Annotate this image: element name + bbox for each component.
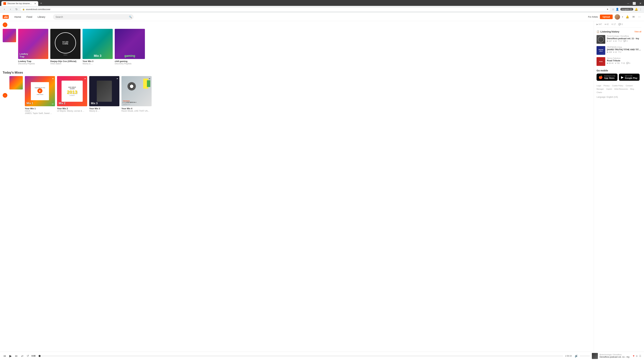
history-item-road[interactable]: ROAD Skinny Fabulous Road Tribute ▶ 58.4… (596, 57, 641, 66)
new-tab-button[interactable]: + (39, 1, 44, 6)
player-progress-bar[interactable] (40, 356, 563, 356)
url-text: soundcloud.com/discover (26, 8, 606, 10)
przfm-thumb-text: PRZFM109.2 (598, 49, 603, 52)
search-input[interactable] (53, 14, 134, 19)
road-artist: Skinny Fabulous (607, 57, 641, 59)
incognito-badge[interactable]: Incognito (2) (620, 8, 633, 10)
footer-legal[interactable]: Legal (596, 85, 601, 87)
footer-privacy[interactable]: Privacy (604, 85, 610, 87)
language-link[interactable]: English (US) (606, 96, 618, 98)
sep8: - (602, 91, 603, 93)
mixes-section-title: Today's Mixes (3, 71, 23, 74)
maximize-button[interactable]: ⬜ (632, 1, 636, 6)
przfm-title: [HARD TRUTH] TITHE AND TITHI... (607, 48, 641, 51)
footer-artist-resources[interactable]: Artist Resources (614, 88, 628, 90)
discovery-card-deejay[interactable]: DJ LEXS-GIKE station Deejay-Gijs Cox (Of… (50, 29, 80, 65)
menu-icon[interactable]: ⋮ (639, 8, 642, 11)
lowkey-trap-title: Lowkey Trap (18, 60, 48, 62)
tab-favicon (3, 2, 6, 5)
profile-icon[interactable]: 👤 (616, 8, 619, 11)
skip-back-button[interactable]: ⏮ (3, 354, 7, 358)
sc-logo[interactable] (3, 15, 9, 19)
mix-card-1[interactable]: September for You ▶ JAMES Bishop ☁ Mix 1… (25, 76, 55, 114)
sep7: - (634, 88, 635, 90)
discovery-card-small[interactable] (3, 29, 16, 65)
volume-slider[interactable] (580, 356, 590, 356)
discovery-section: ‹ LowkeyTrap (3, 22, 591, 65)
logo-bars (4, 16, 8, 18)
minimize-button[interactable]: ─ (626, 1, 630, 6)
shuffle-button[interactable]: ⇄ (20, 354, 24, 358)
tab-close-button[interactable]: ✕ (34, 2, 36, 5)
mix-card-small[interactable] (10, 76, 23, 89)
notifications-button[interactable]: 🔔 (625, 14, 630, 19)
messages-button[interactable]: ✉ (632, 14, 635, 19)
history-item-przfm[interactable]: PRZFM109.2 PRZFM109.2 Asia [HARD TRUTH] … (596, 46, 641, 55)
sep2: - (610, 85, 611, 87)
mix1-more-icon[interactable]: ••• (52, 103, 54, 105)
for-artists-button[interactable]: For Artists (588, 15, 598, 18)
player-time-current: 0:00 (32, 355, 38, 357)
volume-button[interactable]: 🔊 (574, 354, 579, 358)
player-volume: 🔊 (574, 354, 590, 358)
likes-count-top: ♥ 42 (604, 23, 608, 25)
play-pause-button[interactable]: ▶ (9, 354, 12, 359)
mix-card-3[interactable]: ☁ Mix 3 Your Mix 3 Wavey & ... (89, 76, 120, 112)
back-button[interactable]: ‹ (2, 7, 7, 11)
app-store-button[interactable]: 🍎 Download on the App Store (596, 73, 618, 81)
close-button[interactable]: ✕ (638, 1, 643, 6)
bar7 (8, 16, 8, 18)
densiflora-plays: ▶ 647 (607, 40, 612, 42)
prev-discovery-button[interactable]: ‹ (3, 22, 8, 27)
lowkey-trap-label: LowkeyTrap (20, 53, 28, 58)
reload-button[interactable]: ↻ (14, 7, 19, 11)
densiflora-artist: Biotechnologia / Densiflora (607, 35, 641, 37)
footer-charts[interactable]: Charts (596, 91, 602, 93)
history-item-densiflora[interactable]: Biotechnologia / Densiflora Densiflora p… (596, 35, 641, 44)
footer-blog[interactable]: Blog (630, 88, 634, 90)
mix3-inner: ☁ (89, 76, 120, 106)
player-track: Biotechnologia / Densiflora Densiflora p… (592, 353, 630, 359)
add-to-playlist-button[interactable]: ⊕ (636, 355, 638, 357)
bookmark-icon[interactable]: ☆ (612, 8, 614, 11)
forward-button[interactable]: › (8, 7, 13, 11)
bar6 (7, 17, 7, 18)
google-play-button[interactable]: ▶ GET IT ON Google Play (619, 73, 640, 81)
mix-card-4[interactable]: PREMIERE HoS AI PREMIERE Mix 4 ☁ Mix 4 Y… (122, 76, 152, 112)
mix1-inner: September for You ▶ JAMES Bishop ☁ (25, 76, 55, 106)
upload-button[interactable]: Upload (600, 14, 613, 19)
repeat-button[interactable]: ↺ (26, 354, 30, 358)
nav-home[interactable]: Home (12, 14, 24, 19)
przfm-likes: ♥ 16 (613, 51, 617, 53)
nav-feed[interactable]: Feed (24, 14, 34, 19)
nav-library[interactable]: Library (35, 14, 48, 19)
user-avatar[interactable] (615, 14, 620, 19)
view-all-link[interactable]: View all (634, 30, 641, 33)
queue-button[interactable]: ☰ (639, 355, 641, 357)
sep6: - (628, 88, 629, 90)
footer-imprint[interactable]: Imprint (606, 88, 612, 90)
address-bar[interactable]: 🔒 soundcloud.com/discover ★ (20, 7, 611, 11)
sc-search: 🔍 (53, 14, 134, 19)
deejay-title: Deejay-Gijs Cox (Official) (50, 60, 80, 62)
mixes-section-header: Today's Mixes (3, 69, 591, 76)
prev-mixes-button[interactable]: ‹ (3, 93, 8, 98)
avatar-image (615, 14, 620, 19)
skip-forward-button[interactable]: ⏭ (14, 354, 18, 358)
mix4-title: Your Mix 4 (122, 107, 152, 110)
mix3-thumb: ☁ Mix 3 (89, 76, 120, 106)
mix1-album-artist: JAMES Bishop (36, 94, 43, 95)
mix1-artist: mikoll ... (25, 110, 55, 112)
discovery-card-gaming[interactable]: gaming chill gaming Discovery Playlists (115, 29, 145, 65)
mix-card-2[interactable]: ONE GREATALBUM 2013 SUMMER ☁ Mix 2 Y (57, 76, 87, 112)
active-tab[interactable]: Discover the top streamed mus... ✕ (1, 1, 38, 6)
discovery-card-mix3[interactable]: Mix 3 Your Mix 3 Wavey & ... (82, 29, 113, 65)
discovery-card-lowkey-trap[interactable]: LowkeyTrap Lowkey Trap Discovery Playlis… (18, 29, 48, 65)
bell-icon[interactable]: 🔔 (634, 8, 638, 11)
more-options-button[interactable]: ⋯ (637, 14, 641, 19)
mix3-top-label: Mix 3 (94, 54, 101, 58)
mix1-title: Your Mix 1 (25, 107, 55, 110)
chevron-down-icon[interactable]: ▾ (622, 16, 623, 18)
footer-cookie-policy[interactable]: Cookie Policy (612, 85, 623, 87)
like-button[interactable]: ♥ (633, 355, 634, 358)
